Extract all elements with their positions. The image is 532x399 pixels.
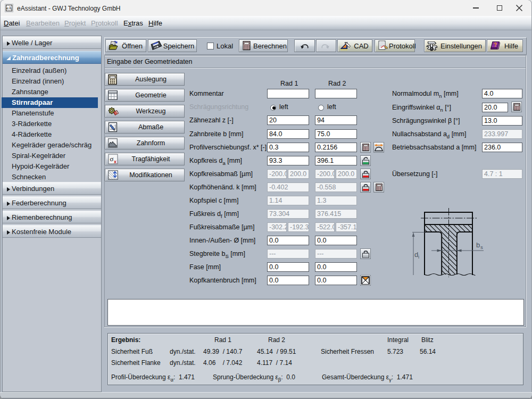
svg-text:?: ? bbox=[494, 42, 497, 48]
svg-text:σ: σ bbox=[110, 155, 114, 163]
svg-text:s: s bbox=[480, 244, 483, 250]
svg-text:x: x bbox=[114, 159, 117, 164]
svg-text:i: i bbox=[418, 254, 419, 260]
svg-text:b: b bbox=[476, 241, 480, 249]
